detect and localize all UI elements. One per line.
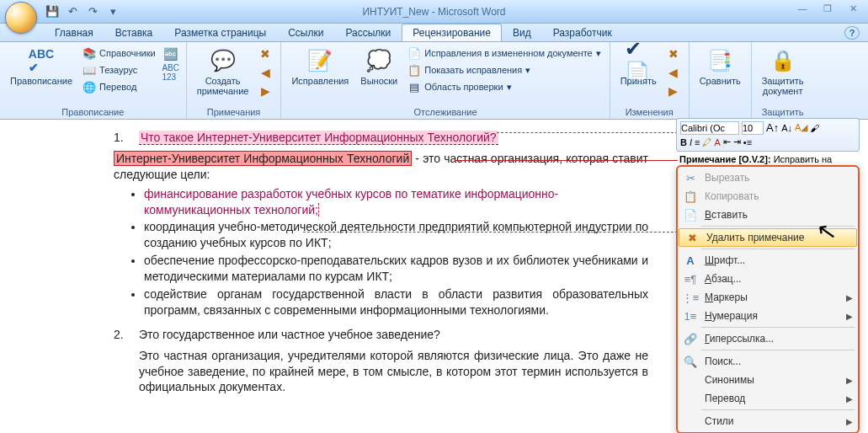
ctx-separator [701,327,855,328]
window-title: ИНТУИТ_New - Microsoft Word [362,6,505,18]
next-change-icon[interactable]: ▶ [665,83,682,99]
tab-insert[interactable]: Вставка [104,24,164,41]
indent-dec-icon[interactable]: ⇤ [723,136,731,147]
research-button[interactable]: 📚Справочники [81,45,157,61]
ctx-cut[interactable]: ✂Вырезать [678,168,858,187]
paragraph-icon: ≡¶ [681,271,700,286]
new-comment-button[interactable]: 💬 Создать примечание [194,45,253,98]
ctx-hyperlink[interactable]: 🔗Гиперссылка... [678,329,858,348]
connector-line [303,232,678,233]
maximize-button[interactable]: ❐ [817,2,838,15]
paste-icon: 📄 [681,207,700,222]
lang-icon[interactable]: 🔤 [162,45,179,62]
tab-view[interactable]: Вид [502,24,542,41]
indent-inc-icon[interactable]: ⇥ [733,136,741,147]
ctx-copy[interactable]: 📋Копировать [678,187,858,206]
format-painter-icon[interactable]: 🖌 [810,123,819,133]
tab-home[interactable]: Главная [44,24,104,41]
search-icon: 🔍 [681,354,700,369]
prev-comment-icon[interactable]: ◀ [257,64,274,81]
numbering-icon: 1≡ [681,308,700,323]
next-comment-icon[interactable]: ▶ [257,83,274,99]
track-changes-button[interactable]: 📝 Исправления [288,45,352,88]
page-content[interactable]: 1. Что такое Интернет-Университет Информ… [0,120,674,409]
minimize-button[interactable]: — [792,2,812,15]
ctx-separator [701,350,855,350]
abc-check-icon: ABC✔ [28,47,55,74]
ctx-bullets[interactable]: ⋮≡Маркеры▶ [678,288,858,307]
ctx-synonyms[interactable]: Синонимы▶ [678,371,858,389]
body-text: Это частная организация, учредителями ко… [139,348,648,396]
compare-button[interactable]: 📑 Сравнить [696,45,744,88]
font-color-icon[interactable]: A [714,137,720,147]
reviewing-pane-button[interactable]: ▤Область проверки ▾ [406,79,602,94]
balloons-button[interactable]: 💭 Выноски [357,45,401,88]
prev-change-icon[interactable]: ◀ [665,64,682,81]
font-name-input[interactable] [680,121,739,135]
window-controls: — ❐ ✕ [792,2,863,15]
context-menu: ✂Вырезать 📋Копировать 📄Вставить ✖Удалить… [676,165,860,433]
protect-button[interactable]: 🔒 Защитить документ [759,45,807,98]
ctx-paragraph[interactable]: ≡¶Абзац... [678,270,858,288]
blank-icon [681,414,700,429]
group-label-changes: Изменения [617,105,682,119]
italic-icon[interactable]: I [690,137,692,147]
ctx-styles[interactable]: Стили▶ [678,412,858,430]
balloon-icon: 💭 [365,47,392,74]
save-icon[interactable]: 💾 [44,3,61,20]
delete-comment-icon[interactable]: ✖ [257,45,274,62]
undo-icon[interactable]: ↶ [64,3,81,20]
thesaurus-button[interactable]: 📖Тезаурус [81,62,157,78]
bold-icon[interactable]: B [680,137,687,147]
office-button[interactable] [5,2,37,34]
grow-font-icon[interactable]: A↑ [766,121,779,134]
accept-icon: ✔📄 [625,47,652,74]
accept-button[interactable]: ✔📄 Принять [617,45,660,88]
wordcount-icon[interactable]: ABC123 [162,64,179,81]
ctx-numbering[interactable]: 1≡Нумерация▶ [678,307,858,325]
bullets-icon[interactable]: •≡ [743,137,752,147]
help-button[interactable]: ? [844,26,860,40]
blank-icon [681,391,700,406]
reject-icon[interactable]: ✖ [665,45,682,62]
delete-comment-icon: ✖ [683,230,701,245]
tab-pagelayout[interactable]: Разметка страницы [163,24,277,41]
redo-icon[interactable]: ↷ [84,3,101,20]
group-label-proofing: Правописание [7,105,179,119]
qat-dropdown-icon[interactable]: ▾ [104,3,121,20]
show-markup-button[interactable]: 📋Показать исправления ▾ [406,62,602,78]
shrink-font-icon[interactable]: A↓ [781,123,792,133]
blank-icon [681,372,700,388]
close-button[interactable]: ✕ [843,2,863,15]
scissors-icon: ✂ [681,170,700,185]
tab-references[interactable]: Ссылки [277,24,334,41]
translate-button[interactable]: 🌐Перевод [81,79,157,94]
track-icon: 📝 [306,47,333,74]
markup-icon: 📋 [407,63,421,77]
ctx-font[interactable]: AШрифт... [678,251,858,270]
font-size-input[interactable] [742,121,764,135]
doc-icon: 📄 [407,46,421,60]
tab-developer[interactable]: Разработчик [542,24,623,41]
book-icon: 📚 [83,46,96,60]
proofing-extra: 🔤 ABC123 [162,45,179,81]
tracked-change-highlight[interactable]: Интернет-Университет Информационных Техн… [114,151,412,166]
copy-icon: 📋 [681,189,700,204]
mini-toolbar: A↑ A↓ A◢ 🖌 B I ≡ 🖍 A ⇤ ⇥ •≡ [676,118,860,152]
display-for-review-dropdown[interactable]: 📄Исправления в измененном документе ▾ [406,45,602,61]
book-open-icon: 📖 [83,63,96,77]
spelling-button[interactable]: ABC✔ Правописание [7,45,76,88]
group-proofing: ABC✔ Правописание 📚Справочники 📖Тезаурус… [0,42,187,119]
styles-icon[interactable]: A◢ [795,122,807,133]
tab-mailings[interactable]: Рассылки [334,24,402,41]
tab-review[interactable]: Рецензирование [402,24,502,41]
comment-highlight[interactable]: Что такое Интернет-Университет Информаци… [139,131,498,145]
group-compare: 📑 Сравнить [690,42,752,119]
ctx-translate[interactable]: Перевод▶ [678,389,858,408]
align-center-icon[interactable]: ≡ [695,137,700,147]
group-comments: 💬 Создать примечание ✖ ◀ ▶ Примечания [187,42,282,119]
link-icon: 🔗 [681,331,700,346]
highlight-icon[interactable]: 🖍 [702,137,711,147]
list-item: содействие органам государственной власт… [144,286,648,318]
ctx-lookup[interactable]: 🔍Поиск... [678,352,858,371]
